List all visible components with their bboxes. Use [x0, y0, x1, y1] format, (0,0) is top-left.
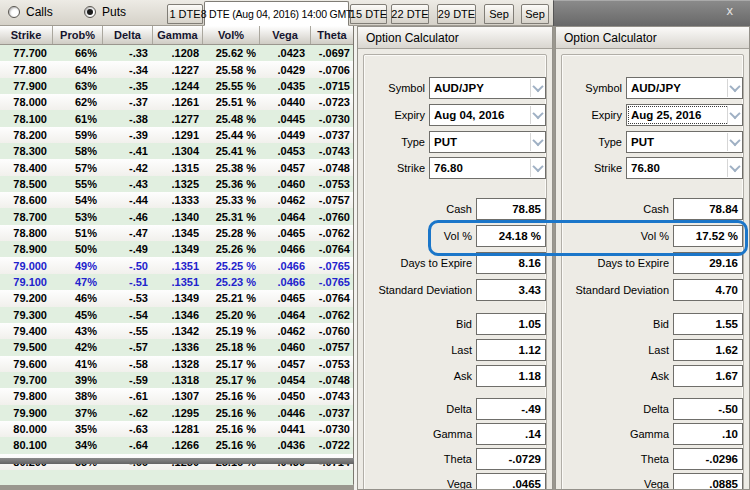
tab-sep-2[interactable]: Sep — [521, 4, 549, 24]
last-field[interactable]: 1.62 — [673, 339, 743, 361]
table-row-strike-78.700[interactable]: 78.70053%-.46.134025.31 %.0464-.0760 — [0, 208, 353, 224]
column-header-delta[interactable]: Delta — [103, 26, 153, 44]
tab-29-dte[interactable]: 29 DTE — [437, 4, 476, 24]
table-cell-prob: 62% — [53, 96, 103, 108]
table-cell-strike: 78.000 — [0, 96, 53, 108]
table-cell-strike: 79.000 — [0, 260, 53, 272]
table-row-strike-78.100[interactable]: 78.10061%-.38.127725.48 %.0445-.0730 — [0, 110, 353, 126]
vega-field[interactable]: .0885 — [673, 473, 743, 490]
chevron-down-icon[interactable] — [530, 79, 544, 97]
table-row-strike-79.900[interactable]: 79.90037%-.62.129525.16 %.0446-.0737 — [0, 405, 353, 421]
symbol-value: AUD/JPY — [631, 82, 681, 94]
chevron-down-icon[interactable] — [727, 79, 741, 97]
strike-select[interactable]: 76.80 — [429, 157, 546, 179]
chevron-down-icon[interactable] — [530, 133, 544, 151]
table-row-strike-79.400[interactable]: 79.40043%-.55.134225.19 %.0462-.0760 — [0, 323, 353, 339]
table-row-strike-78.900[interactable]: 78.90050%-.49.134925.26 %.0466-.0764 — [0, 241, 353, 257]
table-row-strike-78.000[interactable]: 78.00062%-.37.126125.51 %.0440-.0723 — [0, 94, 353, 110]
table-cell-vega: .0440 — [260, 96, 311, 108]
theta-field[interactable]: -.0729 — [476, 448, 546, 470]
column-header-strike[interactable]: Strike — [0, 26, 53, 44]
table-row-strike-78.400[interactable]: 78.40057%-.42.131525.38 %.0457-.0748 — [0, 159, 353, 175]
table-cell-vol: 25.25 % — [203, 260, 260, 272]
radio-puts[interactable]: Puts — [84, 5, 126, 19]
ask-field[interactable]: 1.18 — [476, 365, 546, 387]
days-to-expire-field[interactable]: 29.16 — [673, 252, 743, 274]
radio-calls-label: Calls — [26, 5, 53, 19]
ask-label: Ask — [566, 370, 669, 382]
table-row-strike-77.800[interactable]: 77.80064%-.34.122725.58 %.0429-.0706 — [0, 61, 353, 77]
table-row-strike-77.900[interactable]: 77.90063%-.35.124425.55 %.0435-.0715 — [0, 78, 353, 94]
chevron-down-icon[interactable] — [727, 159, 741, 177]
vega-label: Vega — [368, 478, 472, 490]
vol-field[interactable]: 17.52 % — [673, 225, 743, 247]
bid-field[interactable]: 1.05 — [476, 313, 546, 335]
table-cell-gamma: .1328 — [153, 358, 203, 370]
table-row-strike-79.300[interactable]: 79.30045%-.54.134625.20 %.0464-.0762 — [0, 307, 353, 323]
gamma-field[interactable]: .10 — [673, 423, 743, 445]
table-row-strike-78.600[interactable]: 78.60054%-.44.133325.33 %.0462-.0757 — [0, 192, 353, 208]
table-cell-gamma: .1244 — [153, 80, 203, 92]
chevron-down-icon[interactable] — [727, 133, 741, 151]
tab-15-dte[interactable]: 15 DTE — [350, 4, 387, 24]
table-row-strike-80.100[interactable]: 80.10034%-.64.126625.16 %.0436-.0722 — [0, 437, 353, 453]
symbol-select[interactable]: AUD/JPY — [626, 77, 743, 99]
chevron-down-icon[interactable] — [727, 106, 741, 124]
table-row-strike-77.700[interactable]: 77.70066%-.33.120825.62 %.0423-.0697 — [0, 45, 353, 61]
column-header-vega[interactable]: Vega — [260, 26, 311, 44]
gamma-field[interactable]: .14 — [476, 423, 546, 445]
table-row-strike-79.200[interactable]: 79.20046%-.53.134925.21 %.0465-.0764 — [0, 290, 353, 306]
type-select[interactable]: PUT — [429, 131, 546, 153]
theta-field[interactable]: -.0296 — [673, 448, 743, 470]
table-cell-gamma: .1227 — [153, 64, 203, 76]
table-row-strike-78.800[interactable]: 78.80051%-.47.134525.28 %.0465-.0762 — [0, 225, 353, 241]
bid-field[interactable]: 1.55 — [673, 313, 743, 335]
table-cell-theta: -.0730 — [311, 423, 353, 435]
last-field[interactable]: 1.12 — [476, 339, 546, 361]
close-icon[interactable]: x — [727, 4, 734, 17]
column-header-gamma[interactable]: Gamma — [153, 26, 203, 44]
table-cell-delta: -.49 — [103, 243, 153, 255]
table-row-strike-78.500[interactable]: 78.50055%-.43.132525.36 %.0460-.0753 — [0, 176, 353, 192]
chevron-down-icon[interactable] — [530, 106, 544, 124]
table-row-strike-78.200[interactable]: 78.20059%-.39.129125.44 %.0449-.0737 — [0, 127, 353, 143]
table-row-strike-79.100[interactable]: 79.10047%-.51.135125.23 %.0466-.0765 — [0, 274, 353, 290]
tab-sep-1[interactable]: Sep — [484, 4, 514, 24]
cash-field[interactable]: 78.85 — [476, 198, 546, 220]
table-cell-theta: -.0697 — [311, 47, 353, 59]
cash-field[interactable]: 78.84 — [673, 198, 743, 220]
tab-22-dte[interactable]: 22 DTE — [391, 4, 429, 24]
symbol-select[interactable]: AUD/JPY — [429, 77, 546, 99]
vol-field[interactable]: 24.18 % — [476, 225, 546, 247]
radio-calls[interactable]: Calls — [8, 5, 53, 19]
strike-select[interactable]: 76.80 — [626, 157, 743, 179]
table-row-strike-79.800[interactable]: 79.80038%-.61.130725.16 %.0450-.0743 — [0, 388, 353, 404]
column-header-theta[interactable]: Theta — [311, 26, 353, 44]
days-to-expire-field[interactable]: 8.16 — [476, 252, 546, 274]
panel-title: Option Calculator — [556, 27, 749, 49]
tab-8-dte-active[interactable]: 8 DTE (Aug 04, 2016) 14:00 GMT — [204, 1, 349, 26]
expiry-select[interactable]: Aug 25, 2016 — [626, 104, 743, 126]
table-cell-strike: 79.200 — [0, 292, 53, 304]
table-row-strike-79.600[interactable]: 79.60041%-.58.132825.17 %.0457-.0753 — [0, 356, 353, 372]
delta-field[interactable]: -.50 — [673, 398, 743, 420]
table-row-strike-79.500[interactable]: 79.50042%-.57.133625.18 %.0460-.0757 — [0, 339, 353, 355]
expiry-select[interactable]: Aug 04, 2016 — [429, 104, 546, 126]
tab-1-dte[interactable]: 1 DTE — [167, 4, 203, 24]
type-select[interactable]: PUT — [626, 131, 743, 153]
column-header-prob[interactable]: Prob% — [53, 26, 103, 44]
column-header-vol[interactable]: Vol% — [203, 26, 260, 44]
standard-deviation-field[interactable]: 3.43 — [476, 279, 546, 301]
table-cell-strike: 78.700 — [0, 211, 53, 223]
standard-deviation-field[interactable]: 4.70 — [673, 279, 743, 301]
table-row-strike-78.300[interactable]: 78.30058%-.41.130425.41 %.0453-.0743 — [0, 143, 353, 159]
chevron-down-icon[interactable] — [530, 159, 544, 177]
type-label: Type — [368, 136, 425, 148]
vega-field[interactable]: .0465 — [476, 473, 546, 490]
panel-title: Option Calculator — [358, 27, 552, 49]
delta-field[interactable]: -.49 — [476, 398, 546, 420]
table-row-strike-80.000[interactable]: 80.00035%-.63.128125.16 %.0441-.0730 — [0, 421, 353, 437]
table-row-strike-79.000[interactable]: 79.00049%-.50.135125.25 %.0466-.0765 — [0, 257, 353, 273]
table-row-strike-79.700[interactable]: 79.70039%-.59.131825.17 %.0454-.0748 — [0, 372, 353, 388]
ask-field[interactable]: 1.67 — [673, 365, 743, 387]
